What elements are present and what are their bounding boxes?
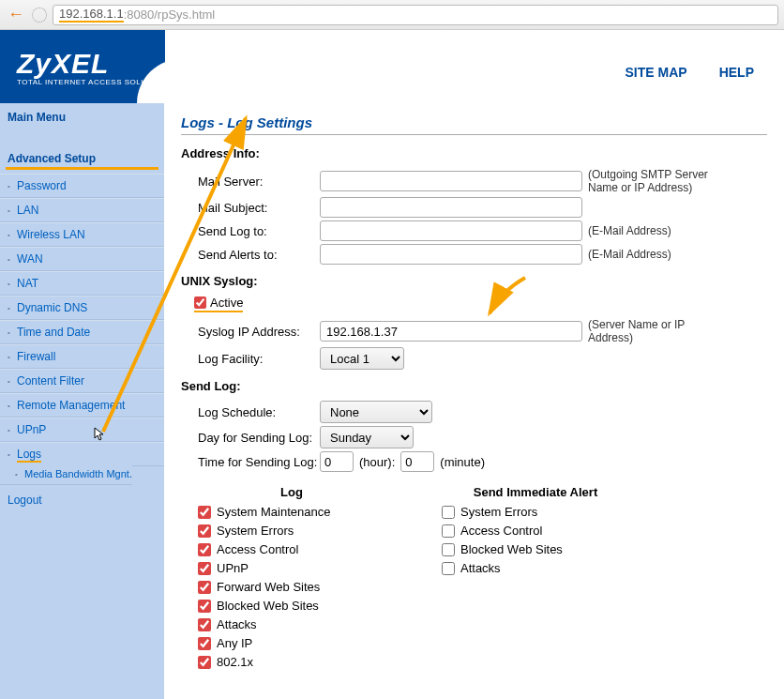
alert-header: Send Immediate Alert	[442, 485, 629, 499]
alert-column: Send Immediate Alert System Errors Acces…	[442, 485, 629, 674]
sidebar-item-nat[interactable]: NAT	[0, 271, 164, 296]
sidebar-item-firewall[interactable]: Firewall	[0, 344, 164, 369]
hour-input[interactable]	[320, 451, 354, 472]
content: Logs - Log Settings Address Info: Mail S…	[164, 103, 784, 699]
send-log-to-row: Send Log to: (E-Mail Address)	[198, 220, 767, 241]
time-sending-label: Time for Sending Log:	[198, 455, 320, 469]
sidebar-item-media-bandwidth[interactable]: Media Bandwidth Mgnt.	[0, 463, 132, 485]
mail-server-input[interactable]	[320, 171, 582, 191]
log-facility-select[interactable]: Local 1	[320, 347, 404, 370]
send-log-to-input[interactable]	[320, 220, 582, 241]
alert-item: Blocked Web Sites	[442, 542, 629, 556]
back-button[interactable]: ←	[6, 5, 26, 25]
log-check-fwd-web[interactable]	[198, 581, 211, 594]
alert-item: Attacks	[442, 561, 629, 575]
globe-icon	[32, 8, 47, 23]
address-info-title: Address Info:	[181, 146, 767, 160]
alert-check-attacks[interactable]	[442, 562, 455, 575]
log-item: Any IP	[198, 636, 385, 650]
mail-subject-label: Mail Subject:	[198, 201, 320, 215]
url-path: /rpSys.html	[154, 8, 215, 22]
url-host: 192.168.1.1	[59, 7, 124, 23]
log-check-blocked-web[interactable]	[198, 600, 211, 613]
sidebar-item-upnp[interactable]: UPnP	[0, 418, 164, 442]
syslog-ip-input[interactable]	[320, 321, 582, 342]
log-item: System Maintenance	[198, 505, 385, 519]
log-check-sys-maint[interactable]	[198, 506, 211, 519]
log-item: System Errors	[198, 524, 385, 538]
log-schedule-label: Log Schedule:	[198, 405, 320, 419]
day-sending-row: Day for Sending Log: Sunday	[198, 426, 767, 448]
banner-white: SITE MAP HELP	[165, 30, 784, 103]
alert-check-access[interactable]	[442, 524, 455, 538]
sidebar: Main Menu Advanced Setup Password LAN Wi…	[0, 103, 164, 699]
help-link[interactable]: HELP	[717, 64, 756, 81]
log-columns: Log System Maintenance System Errors Acc…	[198, 485, 767, 674]
banner-links: SITE MAP HELP	[624, 64, 756, 81]
sidebar-item-wireless-lan[interactable]: Wireless LAN	[0, 222, 164, 247]
log-check-access[interactable]	[198, 543, 211, 556]
mail-server-row: Mail Server: (Outgoing SMTP Server Name …	[198, 168, 767, 194]
send-log-to-note: (E-Mail Address)	[588, 224, 671, 237]
minute-label: (minute)	[440, 455, 485, 469]
sidebar-item-content-filter[interactable]: Content Filter	[0, 369, 164, 393]
log-check-sys-err[interactable]	[198, 524, 211, 538]
active-checkbox[interactable]	[194, 296, 206, 309]
sidebar-item-remote-mgmt[interactable]: Remote Management	[0, 393, 164, 418]
log-list: System Maintenance System Errors Access …	[198, 505, 385, 669]
browser-toolbar: ← 192.168.1.1:8080/rpSys.html	[0, 0, 784, 30]
log-facility-label: Log Facility:	[198, 352, 320, 366]
sidebar-item-password[interactable]: Password	[0, 174, 164, 198]
log-item: Attacks	[198, 617, 385, 631]
syslog-ip-label: Syslog IP Address:	[198, 325, 320, 339]
alert-check-sys-err[interactable]	[442, 506, 455, 519]
url-bar[interactable]: 192.168.1.1:8080/rpSys.html	[53, 5, 778, 25]
sitemap-link[interactable]: SITE MAP	[624, 64, 689, 81]
day-sending-label: Day for Sending Log:	[198, 431, 320, 445]
syslog-ip-note: (Server Name or IP Address)	[588, 318, 710, 344]
mail-subject-input[interactable]	[320, 197, 582, 218]
advanced-setup-header[interactable]: Advanced Setup	[6, 144, 158, 170]
log-check-attacks[interactable]	[198, 618, 211, 631]
sidebar-item-lan[interactable]: LAN	[0, 198, 164, 222]
mail-server-label: Mail Server:	[198, 175, 320, 189]
log-item: 802.1x	[198, 655, 385, 669]
log-column: Log System Maintenance System Errors Acc…	[198, 485, 385, 674]
log-item: Blocked Web Sites	[198, 599, 385, 613]
log-check-anyip[interactable]	[198, 637, 211, 650]
banner: ZyXEL TOTAL INTERNET ACCESS SOLUTION SIT…	[0, 30, 784, 103]
time-sending-row: Time for Sending Log: (hour): (minute)	[198, 451, 767, 472]
logo-text: ZyXEL	[17, 48, 167, 80]
minute-input[interactable]	[400, 451, 434, 472]
log-schedule-row: Log Schedule: None	[198, 401, 767, 423]
hour-label: (hour):	[359, 455, 395, 469]
alert-check-blocked-web[interactable]	[442, 543, 455, 556]
sidebar-item-time-date[interactable]: Time and Date	[0, 320, 164, 344]
send-alerts-to-row: Send Alerts to: (E-Mail Address)	[198, 244, 767, 265]
url-port: :8080	[124, 8, 155, 22]
day-sending-select[interactable]: Sunday	[320, 426, 414, 448]
active-row: Active	[194, 296, 243, 312]
log-item: UPnP	[198, 561, 385, 575]
log-facility-row: Log Facility: Local 1	[198, 347, 767, 370]
sidebar-item-dynamic-dns[interactable]: Dynamic DNS	[0, 296, 164, 320]
log-header: Log	[198, 485, 385, 499]
send-alerts-to-input[interactable]	[320, 244, 582, 265]
page-body: Main Menu Advanced Setup Password LAN Wi…	[0, 103, 784, 699]
logout-link[interactable]: Logout	[0, 480, 164, 520]
main-menu-header[interactable]: Main Menu	[0, 103, 164, 131]
mail-subject-row: Mail Subject:	[198, 197, 767, 218]
send-alerts-to-label: Send Alerts to:	[198, 248, 320, 262]
log-check-8021x[interactable]	[198, 656, 211, 669]
send-log-title: Send Log:	[181, 379, 767, 393]
sidebar-item-wan[interactable]: WAN	[0, 247, 164, 271]
unix-syslog-title: UNIX Syslog:	[181, 274, 767, 288]
alert-list: System Errors Access Control Blocked Web…	[442, 505, 629, 575]
mail-server-note: (Outgoing SMTP Server Name or IP Address…	[588, 168, 710, 194]
log-item: Access Control	[198, 542, 385, 556]
syslog-ip-row: Syslog IP Address: (Server Name or IP Ad…	[198, 318, 767, 344]
log-item: Forward Web Sites	[198, 580, 385, 594]
log-schedule-select[interactable]: None	[320, 401, 432, 423]
send-alerts-to-note: (E-Mail Address)	[588, 248, 671, 261]
log-check-upnp[interactable]	[198, 562, 211, 575]
